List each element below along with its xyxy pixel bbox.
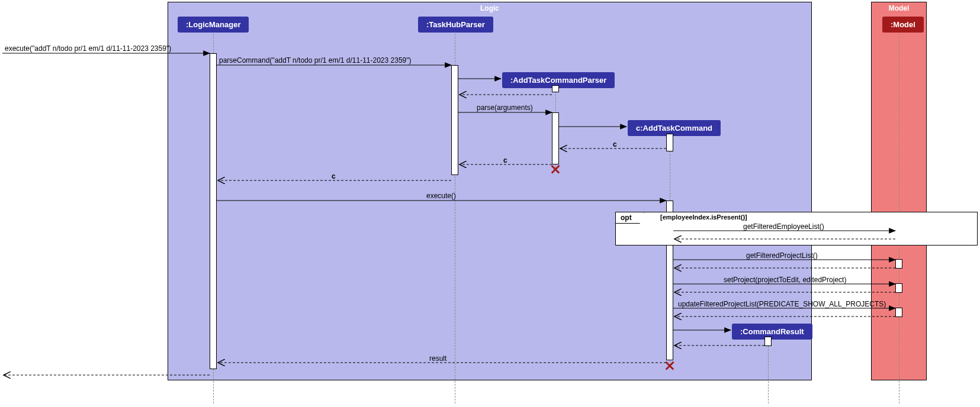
- logic-manager-head: :LogicManager: [178, 17, 249, 33]
- act-logic-manager: [210, 53, 217, 369]
- act-model-update: [895, 308, 902, 317]
- msg-returnC3: c: [332, 172, 336, 180]
- act-addtaskcommandparser-1: [552, 85, 559, 92]
- act-commandresult: [764, 337, 772, 346]
- msg-getFilteredProjectList: getFilteredProjectList(): [746, 251, 818, 260]
- commandresult-head: :CommandResult: [732, 324, 812, 340]
- destroy-addtaskcommand: [664, 360, 675, 371]
- msg-parseArgs: parse(arguments): [477, 104, 533, 112]
- act-model-proj: [895, 259, 902, 269]
- opt-label: opt: [616, 212, 644, 224]
- act-taskhub-parser: [451, 65, 458, 175]
- model-head: :Model: [882, 17, 924, 33]
- lifeline-commandresult: [768, 337, 769, 403]
- logic-frame-title: Logic: [480, 4, 499, 12]
- taskhub-parser-head: :TaskHubParser: [418, 17, 493, 33]
- msg-result: result: [429, 354, 446, 363]
- act-addtaskcommand-1: [666, 134, 673, 151]
- msg-setProject: setProject(projectToEdit, editedProject): [724, 276, 846, 284]
- destroy-addtaskcommandparser: [550, 164, 561, 175]
- msg-execute2: execute(): [426, 192, 456, 200]
- msg-returnC2: c: [503, 156, 507, 164]
- msg-getFilteredEmployeeList: getFilteredEmployeeList(): [743, 222, 824, 231]
- sequence-diagram: { "frames": { "logic": { "title": "Logic…: [0, 0, 980, 407]
- msg-updateFilteredProjectList: updateFilteredProjectList(PREDICATE_SHOW…: [678, 300, 886, 308]
- addtaskcommand-head: c:AddTaskCommand: [628, 120, 721, 136]
- act-model-set: [895, 283, 902, 293]
- msg-parseCommand: parseCommand("addT n/todo pr/1 em/1 d/11…: [219, 56, 412, 64]
- msg-execute1: execute("addT n/todo pr/1 em/1 d/11-11-2…: [5, 44, 171, 53]
- act-addtaskcommandparser-2: [552, 112, 559, 164]
- model-frame-title: Model: [889, 4, 910, 12]
- opt-guard: [employeeIndex.isPresent()]: [660, 214, 747, 221]
- msg-returnC1: c: [613, 140, 617, 148]
